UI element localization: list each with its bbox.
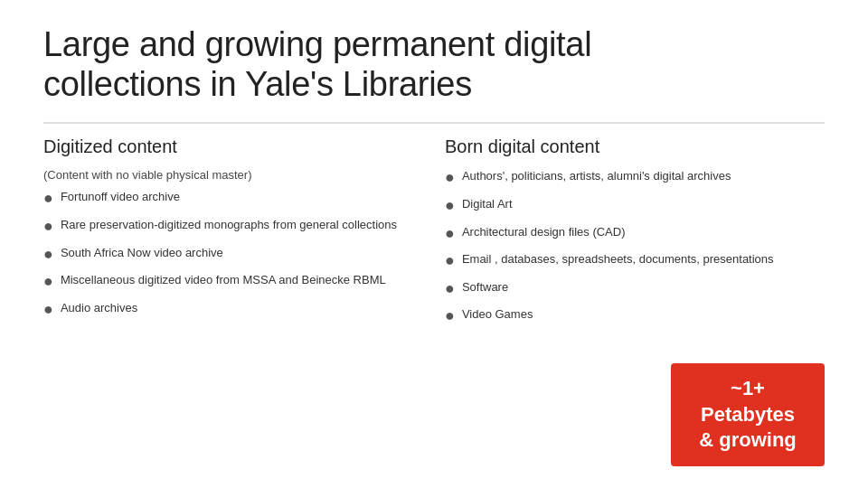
list-item-text: Digital Art: [462, 196, 513, 212]
list-item: ● Audio archives: [43, 300, 423, 320]
digitized-list: ● Fortunoff video archive ● Rare preserv…: [43, 189, 423, 319]
bullet-icon: ●: [445, 279, 455, 299]
list-item: ● Authors', politicians, artists, alumni…: [445, 168, 825, 188]
slide: Large and growing permanent digital coll…: [0, 0, 868, 488]
list-item: ● Software: [445, 279, 825, 299]
col-left-header: Digitized content: [43, 136, 423, 157]
bullet-icon: ●: [445, 251, 455, 271]
bullet-icon: ●: [43, 300, 53, 320]
bullet-icon: ●: [43, 189, 53, 209]
title-area: Large and growing permanent digital coll…: [43, 25, 825, 104]
bullet-icon: ●: [43, 272, 53, 292]
list-item: ● Architectural design files (CAD): [445, 224, 825, 244]
list-item-text: Audio archives: [61, 300, 137, 316]
list-item: ● Miscellaneous digitized video from MSS…: [43, 272, 423, 292]
list-item: ● Digital Art: [445, 196, 825, 216]
list-item: ● Rare preservation-digitized monographs…: [43, 217, 423, 237]
list-item: ● Video Games: [445, 306, 825, 326]
digitized-content-column: Digitized content (Content with no viabl…: [43, 136, 445, 466]
born-digital-list: ● Authors', politicians, artists, alumni…: [445, 168, 825, 326]
bullet-icon: ●: [445, 196, 455, 216]
petabytes-badge: ~1+ Petabytes & growing: [671, 363, 825, 466]
list-item-text: Video Games: [462, 306, 533, 323]
badge-line1: ~1+ Petabytes: [701, 377, 795, 426]
columns: Digitized content (Content with no viabl…: [43, 136, 825, 466]
divider: [43, 122, 825, 124]
list-item-text: Miscellaneous digitized video from MSSA …: [61, 272, 386, 288]
list-item-text: Rare preservation-digitized monographs f…: [61, 217, 397, 233]
slide-title: Large and growing permanent digital coll…: [43, 25, 825, 104]
badge-line2: & growing: [699, 428, 797, 451]
list-item: ● Email , databases, spreadsheets, docum…: [445, 251, 825, 271]
list-item: ● South Africa Now video archive: [43, 245, 423, 265]
list-item-text: South Africa Now video archive: [61, 245, 223, 261]
bullet-icon: ●: [445, 168, 455, 188]
list-item-text: Authors', politicians, artists, alumni's…: [462, 168, 731, 184]
list-item-text: Fortunoff video archive: [61, 189, 180, 205]
born-digital-column: Born digital content ● Authors', politic…: [445, 136, 825, 466]
bullet-icon: ●: [445, 306, 455, 326]
list-item-text: Software: [462, 279, 508, 296]
bullet-icon: ●: [43, 245, 53, 265]
title-line1: Large and growing permanent digital: [43, 25, 591, 63]
col-right-header: Born digital content: [445, 136, 825, 157]
bullet-icon: ●: [43, 217, 53, 237]
list-item-text: Email , databases, spreadsheets, documen…: [462, 251, 774, 267]
bullet-icon: ●: [445, 224, 455, 244]
list-item: ● Fortunoff video archive: [43, 189, 423, 209]
title-line2: collections in Yale's Libraries: [43, 65, 472, 103]
col-left-subheader: (Content with no viable physical master): [43, 168, 423, 182]
list-item-text: Architectural design files (CAD): [462, 224, 626, 240]
